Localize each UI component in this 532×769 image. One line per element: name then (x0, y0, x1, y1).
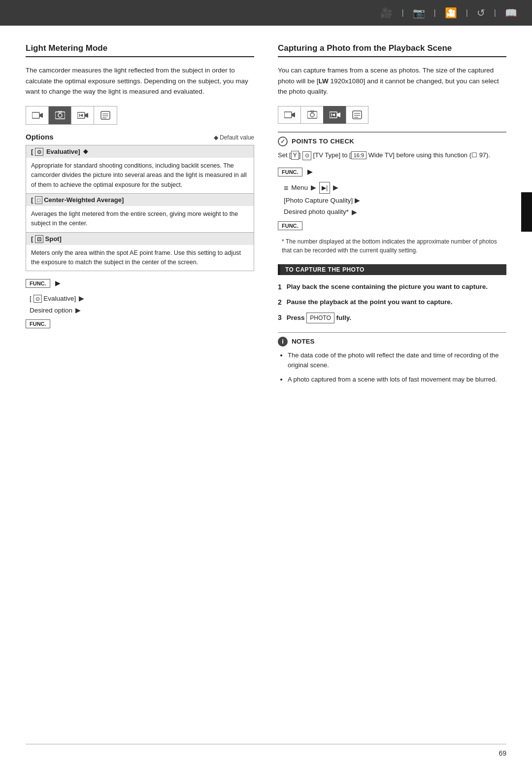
points-to-check-box: ✓ POINTS TO CHECK Set [Y] ⊙ [TV Type] to… (278, 132, 506, 161)
svg-marker-8 (80, 114, 83, 117)
func-step-line-2: Desired option ▶ (30, 305, 254, 316)
option-desc-evaluative: Appropriate for standard shooting condit… (26, 158, 254, 193)
menu-label: Menu (291, 182, 308, 194)
step-3: 3 Press PHOTO fully. (278, 313, 506, 323)
menu-icon: ≡ (284, 181, 288, 195)
svg-marker-6 (85, 113, 88, 118)
svg-marker-1 (39, 113, 43, 118)
notes-label: NOTES (292, 338, 315, 345)
right-mode-icon-other (346, 106, 368, 124)
right-mode-icon-movie (278, 106, 300, 124)
camera-active-icon: 🎦 (445, 7, 457, 19)
svg-rect-22 (353, 111, 362, 119)
right-mode-icon-photo (300, 106, 323, 124)
right-mode-icon-playback (323, 106, 346, 124)
func-right-button-2[interactable]: FUNC. (278, 221, 302, 230)
left-section-body: The camcorder measures the light reflect… (26, 65, 254, 97)
svg-marker-21 (332, 113, 335, 116)
func-right-step-2: [Photo Capture Quality] ▶ (284, 195, 506, 207)
step-arrow-2: ▶ (75, 305, 81, 316)
divider4: | (494, 8, 496, 17)
svg-marker-14 (292, 112, 295, 117)
camera-still-icon: 📷 (413, 7, 425, 19)
evaluative-bracket: [ ⊙ (31, 148, 43, 155)
right-column: Capturing a Photo from the Playback Scen… (278, 43, 506, 389)
top-bar-icons: 🎥 | 📷 | 🎦 | ↺ | 📖 (380, 7, 517, 19)
default-mark: ◆ (83, 148, 88, 155)
evaluative-label: Evaluative] (46, 148, 80, 155)
right-section-body: You can capture frames from a scene as p… (278, 65, 506, 97)
playback-arrow: ▶ (333, 182, 338, 194)
option-title-center: [ □ Center-Weighted Average] (26, 194, 254, 206)
step-1: 1 Play back the scene containing the pic… (278, 282, 506, 292)
step-arrow-1: ▶ (79, 293, 84, 305)
divider3: | (466, 8, 468, 17)
photo-size-icon: LW (319, 77, 329, 85)
top-bar: 🎥 | 📷 | 🎦 | ↺ | 📖 (0, 0, 532, 26)
func-right-button-1[interactable]: FUNC. (278, 168, 302, 176)
photo-button: PHOTO (306, 313, 334, 323)
svg-rect-0 (32, 112, 39, 118)
steps-list: 1 Play back the scene containing the pic… (278, 282, 506, 323)
step-text-3: Press PHOTO fully. (287, 313, 351, 323)
svg-rect-2 (55, 112, 65, 119)
page-content: Light Metering Mode The camcorder measur… (0, 26, 532, 409)
divider2: | (434, 8, 436, 17)
svg-point-3 (58, 113, 62, 117)
option-desc-center: Averages the light metered from the enti… (26, 206, 254, 232)
func-step-line-1: [ ⊙ Evaluative] ▶ (30, 293, 254, 305)
mode-icon-playback (71, 106, 94, 124)
left-section-title: Light Metering Mode (26, 43, 254, 57)
option-title-evaluative: [ ⊙ Evaluative] ◆ (26, 145, 254, 158)
check-circle-icon: ✓ (278, 137, 288, 146)
func-right-arrow-1: ▶ (307, 168, 313, 175)
left-column: Light Metering Mode The camcorder measur… (26, 43, 254, 389)
evaluative-bracket-step: [ ⊙ Evaluative] (30, 293, 76, 305)
step-num-1: 1 (278, 282, 282, 292)
tv-type-icon2: ⊙ (302, 151, 311, 160)
playback-menu-icon: ▶| (319, 182, 330, 194)
to-capture-bar: To Capture the Photo (278, 264, 506, 275)
widescreen-icon: 16:9 (351, 151, 366, 159)
svg-marker-19 (337, 112, 340, 117)
step-num-3: 3 (278, 313, 282, 323)
svg-rect-13 (284, 112, 292, 118)
option-desc-spot: Meters only the area within the spot AE … (26, 245, 254, 271)
func-button-1[interactable]: FUNC. (26, 279, 50, 288)
to-capture-label: To Capture the Photo (285, 266, 365, 273)
book-icon: 📖 (505, 7, 517, 19)
footnote: * The number displayed at the bottom ind… (282, 237, 506, 255)
points-check-body: Set [Y] ⊙ [TV Type] to [16:9 Wide TV] be… (278, 150, 506, 161)
tv-type-icon1: Y (291, 151, 299, 160)
svg-rect-15 (307, 111, 317, 118)
left-mode-icons (26, 106, 117, 125)
divider: | (401, 8, 403, 17)
step-num-2: 2 (278, 297, 282, 308)
notes-icon: i (278, 337, 288, 347)
notes-box: i NOTES The data code of the photo will … (278, 332, 506, 385)
func-right-steps: FUNC. ▶ ≡ Menu ▶ ▶| ▶ [Photo Capture Qua… (278, 168, 506, 232)
step-text-2: Pause the playback at the point you want… (287, 297, 453, 308)
right-section-title: Capturing a Photo from the Playback Scen… (278, 43, 506, 57)
func-button-2[interactable]: FUNC. (26, 319, 50, 328)
quality-arrow: ▶ (355, 196, 360, 204)
points-check-header: ✓ POINTS TO CHECK (278, 137, 506, 146)
camera-video-icon: 🎥 (380, 7, 393, 19)
notes-header: i NOTES (278, 337, 506, 347)
options-label: Options (26, 133, 54, 141)
desired-quality-label: Desired photo quality* (284, 207, 349, 218)
mode-icon-photo (49, 106, 71, 124)
func-arrow-1: ▶ (55, 279, 61, 287)
options-header: Options ◆Default value (26, 133, 254, 141)
func-steps-left: FUNC. ▶ [ ⊙ Evaluative] ▶ Desired option… (26, 279, 254, 330)
svg-point-16 (310, 113, 314, 117)
note-2: A photo captured from a scene with lots … (288, 375, 506, 385)
desired-option-label: Desired option (30, 305, 72, 316)
menu-arrow: ▶ (311, 182, 316, 194)
photo-size-value: 1920x1080 (331, 77, 364, 85)
mode-icon-other (94, 106, 117, 124)
notes-list: The data code of the photo will reflect … (278, 350, 506, 385)
option-row-evaluative: [ ⊙ Evaluative] ◆ Appropriate for standa… (26, 145, 254, 194)
svg-rect-9 (101, 111, 110, 119)
step-2: 2 Pause the playback at the point you wa… (278, 297, 506, 308)
